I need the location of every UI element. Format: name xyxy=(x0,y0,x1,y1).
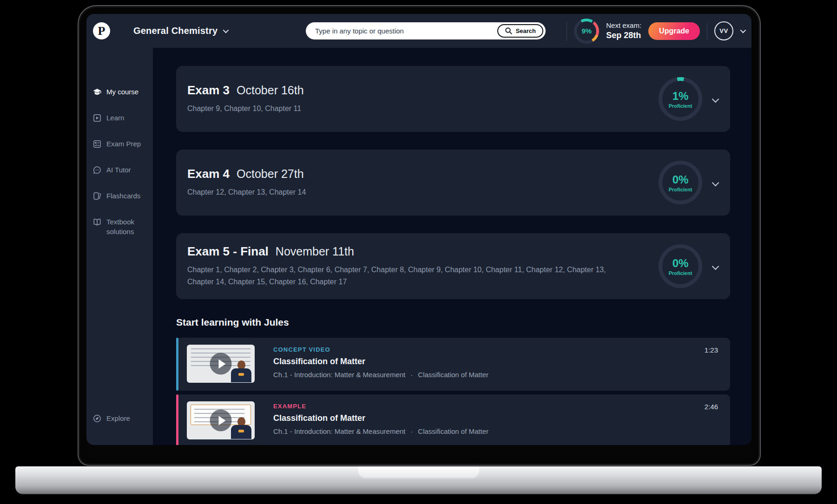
video-thumbnail xyxy=(187,401,255,439)
pearson-logo: P xyxy=(93,22,110,39)
next-exam-date: Sep 28th xyxy=(606,30,641,41)
sidebar-item-my-course[interactable]: My course xyxy=(92,87,148,98)
video-duration: 1:23 xyxy=(705,346,718,354)
sidebar-item-learn[interactable]: Learn xyxy=(92,113,148,124)
compass-icon xyxy=(92,414,102,423)
exam-chapters: Chapter 12, Chapter 13, Chapter 14 xyxy=(187,186,608,198)
avatar[interactable]: VV xyxy=(714,21,733,40)
sidebar-item-label: My course xyxy=(106,87,138,97)
sidebar-item-flashcards[interactable]: Flashcards xyxy=(92,191,148,202)
graduation-cap-icon xyxy=(92,87,102,97)
laptop-base xyxy=(15,466,822,494)
account-chevron-down-icon[interactable] xyxy=(740,27,746,33)
exam-proficiency-ring: 1% Proficient xyxy=(659,77,702,121)
expand-chevron-icon[interactable] xyxy=(712,262,719,270)
instructor-figure xyxy=(231,417,251,439)
course-title: General Chemistry xyxy=(133,26,217,36)
search-icon xyxy=(505,27,513,35)
sidebar-item-label: AI Tutor xyxy=(106,165,131,175)
card-breadcrumb: Ch.1 - Introduction: Matter & Measuremen… xyxy=(273,371,488,379)
exam-date: November 11th xyxy=(276,245,354,258)
sidebar-item-exam-prep[interactable]: Exam Prep xyxy=(92,139,148,150)
open-book-icon xyxy=(92,217,102,227)
video-thumbnail xyxy=(187,345,255,383)
exam-proficiency-percent: 1% xyxy=(672,90,689,103)
proficient-label: Proficient xyxy=(669,187,692,192)
exam-title: Exam 5 - Final xyxy=(187,244,269,259)
exam-proficiency-percent: 0% xyxy=(672,257,689,270)
card-breadcrumb: Ch.1 - Introduction: Matter & Measuremen… xyxy=(273,427,488,435)
expand-chevron-icon[interactable] xyxy=(712,95,719,103)
sidebar-item-label: Textbook solutions xyxy=(106,217,148,236)
sidebar-item-label: Exam Prep xyxy=(106,139,141,149)
card-type-badge: EXAMPLE xyxy=(273,403,488,410)
flashcards-icon xyxy=(92,191,102,201)
exam-date: October 16th xyxy=(237,84,304,97)
search-button[interactable]: Search xyxy=(497,24,543,38)
exam-title: Exam 4 xyxy=(187,167,230,181)
search-button-label: Search xyxy=(516,27,536,34)
header-divider xyxy=(567,21,567,41)
sidebar-item-label: Learn xyxy=(106,113,124,123)
exam-proficiency-percent: 0% xyxy=(672,173,689,186)
overall-proficiency-ring: 9% xyxy=(574,19,599,44)
search-input[interactable] xyxy=(315,27,497,35)
expand-chevron-icon[interactable] xyxy=(712,179,719,186)
dot-separator: · xyxy=(410,427,413,435)
sidebar-item-explore[interactable]: Explore xyxy=(92,413,130,425)
sidebar-item-label: Flashcards xyxy=(106,191,140,201)
card-title: Classification of Matter xyxy=(273,413,488,423)
card-accent-bar xyxy=(176,338,178,391)
header-right-cluster: 9% Next exam: Sep 28th Upgrade VV xyxy=(567,19,745,44)
learning-card-concept-video[interactable]: CONCEPT VIDEO Classification of Matter C… xyxy=(176,338,730,391)
play-button-icon[interactable] xyxy=(210,353,232,375)
exam-card-4[interactable]: Exam 4 October 27th Chapter 12, Chapter … xyxy=(176,150,730,216)
card-title: Classification of Matter xyxy=(273,357,488,367)
dot-separator: · xyxy=(410,371,413,379)
video-duration: 2:46 xyxy=(705,403,718,411)
exam-chapters: Chapter 9, Chapter 10, Chapter 11 xyxy=(187,103,608,115)
overall-proficiency-percent: 9% xyxy=(581,27,592,35)
chevron-down-icon xyxy=(223,27,229,33)
exam-proficiency-ring: 0% Proficient xyxy=(659,244,702,288)
proficient-label: Proficient xyxy=(669,270,692,276)
sidebar-item-textbook-solutions[interactable]: Textbook solutions xyxy=(92,217,148,237)
play-button-icon[interactable] xyxy=(210,410,232,432)
next-exam-label: Next exam: xyxy=(606,21,641,30)
exam-card-3[interactable]: Exam 3 October 16th Chapter 9, Chapter 1… xyxy=(176,66,730,132)
exam-checklist-icon xyxy=(92,139,102,149)
next-exam-info: Next exam: Sep 28th xyxy=(606,21,641,40)
course-selector[interactable]: General Chemistry xyxy=(133,26,227,36)
sidebar: My course Learn Exam Prep xyxy=(86,48,153,445)
sidebar-item-label: Explore xyxy=(106,413,130,423)
section-title: Start learning with Jules xyxy=(176,317,730,328)
card-accent-bar xyxy=(176,394,178,445)
exam-title: Exam 3 xyxy=(187,83,230,98)
app-header: P General Chemistry Search 9% Next exam:… xyxy=(86,14,751,48)
header-divider xyxy=(707,23,707,39)
play-square-icon xyxy=(92,113,102,123)
exam-card-5-final[interactable]: Exam 5 - Final November 11th Chapter 1, … xyxy=(176,233,730,299)
exam-chapters: Chapter 1, Chapter 2, Chapter 3, Chapter… xyxy=(187,264,608,288)
search-bar[interactable]: Search xyxy=(306,22,546,39)
card-type-badge: CONCEPT VIDEO xyxy=(273,346,488,353)
instructor-figure xyxy=(231,360,251,383)
upgrade-button[interactable]: Upgrade xyxy=(648,22,700,40)
chat-face-icon xyxy=(92,165,102,175)
sidebar-item-ai-tutor[interactable]: AI Tutor xyxy=(92,165,148,176)
learning-card-example[interactable]: EXAMPLE Classification of Matter Ch.1 - … xyxy=(176,394,730,445)
exam-date: October 27th xyxy=(237,167,304,181)
laptop-lid-notch xyxy=(358,466,480,479)
app-window: P General Chemistry Search 9% Next exam:… xyxy=(86,14,751,445)
exam-proficiency-ring: 0% Proficient xyxy=(659,161,702,204)
proficient-label: Proficient xyxy=(669,103,692,109)
main-content: Exam 3 October 16th Chapter 9, Chapter 1… xyxy=(153,48,751,445)
